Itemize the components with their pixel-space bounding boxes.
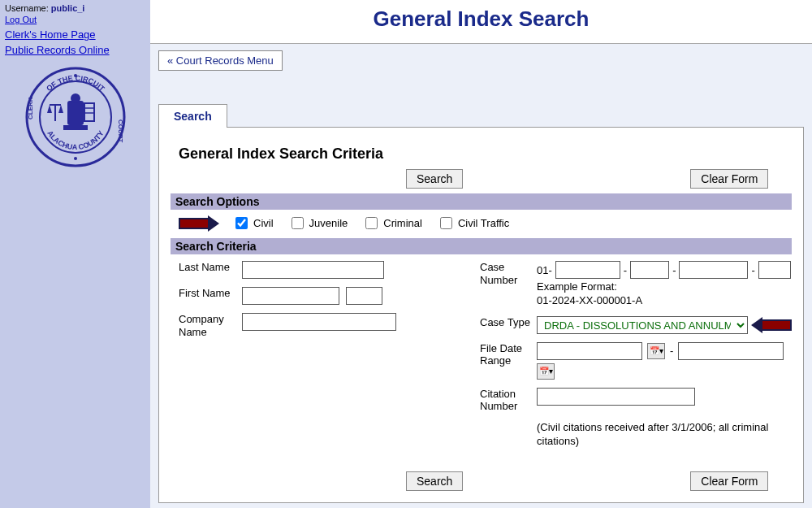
middle-initial-input[interactable] [346,287,382,305]
panel-heading: General Index Search Criteria [179,145,792,163]
svg-text:ALACHUA COUNTY: ALACHUA COUNTY [45,129,105,151]
case-number-prefix: 01- [537,264,552,276]
criminal-label: Criminal [383,217,422,229]
example-format-value: 01-2024-XX-000001-A [537,294,642,306]
tab-bar: Search General Index Search Criteria Sea… [158,103,804,503]
file-date-from-input[interactable] [537,342,642,360]
civil-traffic-checkbox-label[interactable]: Civil Traffic [437,215,509,232]
svg-point-13 [74,74,77,77]
search-panel: General Index Search Criteria Search Cle… [158,127,804,503]
first-name-label: First Name [179,287,235,300]
file-date-to-input[interactable] [678,342,784,360]
clear-form-button-bottom[interactable]: Clear Form [690,471,768,491]
svg-rect-6 [67,101,84,125]
first-name-input[interactable] [242,287,339,305]
company-name-label: Company Name [179,313,235,338]
juvenile-checkbox[interactable] [292,217,304,229]
svg-point-14 [74,157,77,160]
clear-form-button-top[interactable]: Clear Form [690,169,768,189]
citation-note: (Civil citations received after 3/1/2006… [537,421,792,449]
calendar-icon: 📅▾ [539,367,553,376]
main-content: General Index Search « Court Records Men… [150,0,812,508]
svg-point-7 [71,93,80,103]
case-number-suffix-input[interactable] [758,261,791,279]
case-type-select[interactable]: DRDA - DISSOLUTIONS AND ANNULMENTS [537,316,748,334]
svg-text:CLERK: CLERK [27,97,34,119]
civil-traffic-checkbox[interactable] [440,217,452,229]
civil-label: Civil [253,217,274,229]
tab-search[interactable]: Search [158,104,227,128]
svg-rect-8 [63,125,88,130]
search-options-row: Civil Juvenile Criminal Civil Traff [171,210,792,237]
case-number-type-input[interactable] [630,261,669,279]
case-type-label: Case Type [480,316,530,329]
clerk-home-link[interactable]: Clerk's Home Page [5,28,96,41]
civil-traffic-label: Civil Traffic [458,217,509,229]
court-records-menu-button[interactable]: « Court Records Menu [158,50,283,71]
sidebar: Username: public_i Log Out Clerk's Home … [0,0,150,508]
search-button-bottom[interactable]: Search [406,471,463,491]
calendar-from-button[interactable]: 📅▾ [647,343,665,359]
page-title: General Index Search [150,0,812,43]
company-name-input[interactable] [242,313,396,331]
juvenile-label: Juvenile [309,217,348,229]
citation-number-input[interactable] [537,388,695,406]
civil-checkbox[interactable] [235,217,248,229]
juvenile-checkbox-label[interactable]: Juvenile [288,215,348,232]
username-label: Username: [5,3,49,13]
calendar-to-button[interactable]: 📅▾ [537,363,555,380]
criminal-checkbox-label[interactable]: Criminal [362,215,422,232]
logout-link[interactable]: Log Out [5,15,37,24]
last-name-label: Last Name [179,261,235,274]
civil-checkbox-label[interactable]: Civil [232,215,274,232]
section-search-criteria: Search Criteria [171,238,792,254]
file-date-range-label: File Date Range [480,342,530,367]
case-number-year-input[interactable] [555,261,620,279]
username-line: Username: public_i [5,3,145,13]
svg-text:COURT: COURT [117,119,124,143]
criminal-checkbox[interactable] [365,217,378,229]
arrow-right-icon [179,217,218,230]
case-number-seq-input[interactable] [679,261,748,279]
date-separator: - [670,345,673,357]
public-records-link[interactable]: Public Records Online [5,44,110,56]
content-area: « Court Records Menu Search General Inde… [150,43,812,508]
calendar-icon: 📅▾ [650,346,663,355]
case-number-label: Case Number [480,261,530,286]
search-button-top[interactable]: Search [406,169,463,189]
section-search-options: Search Options [171,193,792,210]
username-value: public_i [51,3,85,13]
arrow-left-icon [753,319,792,332]
clerk-seal-icon: OF THE CIRCUIT ALACHUA COUNTY CLERK COUR… [23,64,128,170]
last-name-input[interactable] [242,261,384,279]
citation-number-label: Citation Number [480,388,530,413]
example-format-label: Example Format: [537,280,617,293]
